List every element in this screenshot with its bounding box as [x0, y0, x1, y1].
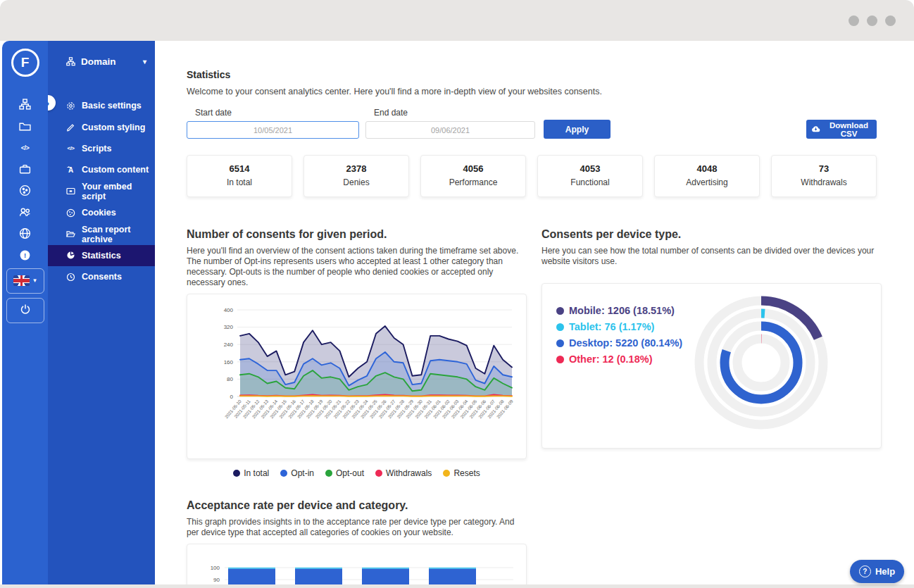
- stat-value: 6514: [187, 163, 292, 174]
- stat-card-functional: 4053Functional: [537, 155, 643, 197]
- section-description: Here you can see how the total number of…: [541, 246, 882, 277]
- sidebar-menu: › Domain ▾ Basic settings Custom styling…: [48, 41, 155, 584]
- line-chart-legend: In total Opt-in Opt-out Withdrawals Rese…: [187, 468, 527, 478]
- stat-value: 4053: [538, 163, 642, 174]
- svg-text:240: 240: [224, 342, 234, 348]
- logout-button[interactable]: [6, 298, 44, 323]
- legend-item-in-total: In total: [233, 468, 269, 478]
- code-icon[interactable]: </>: [19, 142, 31, 154]
- stat-card-denies: 2378Denies: [303, 155, 409, 197]
- language-selector[interactable]: ▾: [6, 268, 44, 294]
- cookiefirst-logo: F: [11, 49, 39, 77]
- sidebar-item-scripts[interactable]: </> Scripts: [48, 138, 155, 159]
- sidebar-item-custom-content[interactable]: A Custom content: [48, 159, 155, 180]
- svg-text:160: 160: [224, 359, 234, 365]
- help-button[interactable]: ? Help: [850, 560, 904, 583]
- folder-icon[interactable]: [19, 120, 31, 132]
- gear-icon: [66, 101, 75, 111]
- stat-label: Functional: [538, 177, 642, 187]
- legend-dot: [375, 470, 382, 477]
- page-title: Statistics: [187, 69, 877, 80]
- stat-label: Denies: [304, 177, 408, 187]
- sidebar-item-statistics[interactable]: Statistics: [48, 245, 155, 266]
- svg-text:!: !: [24, 251, 26, 259]
- acceptance-bar-chart: 10090807060: [187, 544, 527, 584]
- date-filter-bar: Start date End date Apply Download CSV: [187, 108, 877, 139]
- window-bottom-edge: [0, 584, 914, 588]
- question-icon: ?: [859, 565, 871, 577]
- sidebar-icon-rail: F </> ! ▾: [2, 41, 48, 584]
- section-description: Here you'll find an overview of the cons…: [187, 246, 527, 288]
- section-title: Number of consents for given period.: [187, 228, 527, 241]
- end-date-input[interactable]: [365, 121, 535, 139]
- sidebar-item-label: Basic settings: [82, 101, 142, 111]
- legend-label: Opt-out: [336, 468, 364, 478]
- sidebar-item-label: Scan report archive: [82, 225, 155, 244]
- download-csv-label: Download CSV: [825, 121, 872, 138]
- code-icon: </>: [66, 144, 75, 153]
- cookie-icon: [66, 208, 75, 218]
- pencil-icon: [66, 123, 75, 132]
- stat-value: 2378: [304, 163, 408, 174]
- globe-icon[interactable]: [19, 227, 31, 239]
- legend-label: Withdrawals: [386, 468, 432, 478]
- sidebar-item-label: Custom styling: [82, 123, 145, 132]
- start-date-input[interactable]: [187, 121, 359, 139]
- device-donut-card: Mobile: 1206 (18.51%) Tablet: 76 (1.17%)…: [541, 283, 882, 449]
- pie-chart-icon: [66, 251, 75, 260]
- sitemap-icon[interactable]: [19, 99, 31, 111]
- legend-item-withdrawals: Withdrawals: [375, 468, 432, 478]
- sidebar-item-consents[interactable]: Consents: [48, 266, 155, 287]
- translate-icon: A: [66, 165, 75, 175]
- page-subtitle: Welcome to your consent analytics center…: [187, 87, 877, 96]
- sidebar-item-embed-script[interactable]: Your embed script: [48, 181, 155, 202]
- window-control-dot[interactable]: [867, 15, 877, 26]
- consents-period-section: Number of consents for given period. Her…: [187, 228, 527, 478]
- stat-label: In total: [187, 177, 292, 187]
- cloud-download-icon: [810, 125, 821, 135]
- briefcase-icon[interactable]: [19, 163, 31, 175]
- sidebar-item-label: Custom content: [82, 165, 149, 175]
- legend-dot: [280, 470, 287, 477]
- sidebar-item-basic-settings[interactable]: Basic settings: [48, 95, 155, 116]
- stat-label: Performance: [421, 177, 525, 187]
- legend-dot: [325, 470, 332, 477]
- legend-label: Opt-in: [291, 468, 314, 478]
- stat-value: 73: [772, 163, 876, 174]
- svg-text:400: 400: [224, 307, 234, 313]
- cookie-icon[interactable]: [19, 184, 31, 196]
- stat-card-advertising: 4048Advertising: [654, 155, 760, 197]
- sidebar-item-label: Consents: [82, 272, 122, 282]
- stat-value: 4056: [421, 163, 525, 174]
- legend-item-resets: Resets: [443, 468, 480, 478]
- window-titlebar: [0, 0, 914, 41]
- stat-card-withdrawals: 73Withdrawals: [771, 155, 877, 197]
- section-title: Acceptance rate per device and category.: [187, 499, 877, 512]
- legend-label: In total: [244, 468, 269, 478]
- sidebar-item-label: Statistics: [82, 251, 121, 261]
- device-donut-chart: [561, 284, 881, 437]
- apply-button[interactable]: Apply: [544, 120, 611, 139]
- sidebar-item-scan-report-archive[interactable]: Scan report archive: [48, 223, 155, 244]
- info-icon[interactable]: !: [19, 249, 31, 261]
- window-control-dot[interactable]: [849, 15, 859, 26]
- sidebar-item-label: Your embed script: [82, 182, 155, 201]
- window-control-dot[interactable]: [885, 15, 896, 26]
- embed-icon: [66, 187, 75, 196]
- device-type-section: Consents per device type. Here you can s…: [541, 228, 882, 478]
- sidebar-item-custom-styling[interactable]: Custom styling: [48, 116, 155, 137]
- domain-dropdown[interactable]: Domain ▾: [48, 41, 155, 67]
- stat-card-performance: 4056Performance: [420, 155, 526, 197]
- main-content: Statistics Welcome to your consent analy…: [155, 41, 914, 584]
- chevron-down-icon: ▾: [33, 277, 37, 284]
- legend-item-opt-in: Opt-in: [280, 468, 314, 478]
- power-icon: [20, 304, 31, 318]
- sidebar-item-cookies[interactable]: Cookies: [48, 202, 155, 223]
- svg-text:100: 100: [211, 565, 220, 571]
- consents-line-chart: 0801602403204002021-05-102021-05-112021-…: [187, 294, 527, 459]
- folder-open-icon: [66, 230, 75, 239]
- users-icon[interactable]: [19, 206, 31, 218]
- clock-icon: [66, 273, 75, 282]
- legend-dot: [233, 470, 240, 477]
- download-csv-button[interactable]: Download CSV: [806, 120, 877, 139]
